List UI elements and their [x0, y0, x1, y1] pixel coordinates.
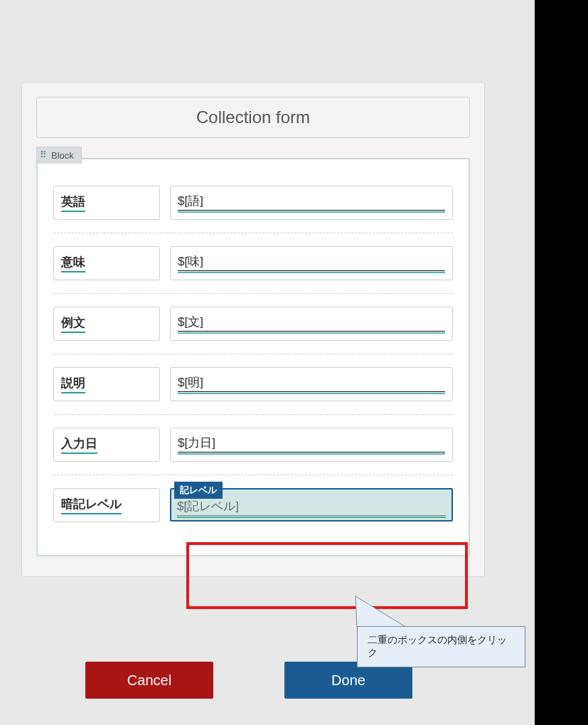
form-row: 例文 $[文] — [53, 293, 453, 354]
field-value: $[明] — [178, 374, 445, 392]
field-value: $[文] — [178, 314, 445, 332]
field-label: 暗記レベル — [61, 496, 122, 514]
field-label-box[interactable]: 入力日 — [53, 428, 160, 462]
selection-tag[interactable]: 記レベル — [174, 482, 223, 499]
form-title[interactable]: Collection form — [36, 97, 470, 138]
done-button-label: Done — [331, 672, 365, 689]
field-value: $[語] — [178, 193, 445, 211]
selection-tag-label: 記レベル — [180, 485, 217, 495]
field-value: $[味] — [178, 253, 445, 271]
drag-handle-icon[interactable] — [41, 152, 48, 159]
cancel-button[interactable]: Cancel — [85, 662, 213, 699]
form-panel: Collection form Block 英語 $[語] 意味 — [21, 82, 485, 577]
field-label: 例文 — [61, 314, 85, 333]
form-row: 入力日 $[力日] — [53, 414, 453, 475]
field-value-box[interactable]: $[文] — [170, 307, 453, 341]
right-black-strip — [535, 0, 588, 725]
field-value: $[力日] — [178, 435, 445, 453]
field-label: 英語 — [61, 194, 85, 212]
field-value[interactable]: $[記レベル] — [177, 498, 446, 516]
block-tab-label: Block — [51, 150, 74, 161]
field-value-box[interactable]: $[明] — [170, 367, 453, 401]
field-value-selected-wrap: 記レベル $[記レベル] — [170, 488, 453, 522]
block-container[interactable]: Block 英語 $[語] 意味 $[味] 例文 — [36, 158, 470, 556]
field-label-box[interactable]: 例文 — [53, 307, 160, 341]
field-label: 意味 — [61, 254, 85, 272]
field-label: 入力日 — [61, 435, 97, 454]
field-label-box[interactable]: 意味 — [53, 246, 160, 280]
field-label-box[interactable]: 説明 — [53, 367, 160, 401]
field-label-box[interactable]: 英語 — [53, 186, 160, 220]
field-value-box[interactable]: $[語] — [170, 186, 453, 220]
field-label-box[interactable]: 暗記レベル — [53, 488, 160, 522]
cancel-button-label: Cancel — [127, 672, 171, 689]
form-row: 英語 $[語] — [53, 179, 453, 233]
form-row-highlighted: 暗記レベル 記レベル $[記レベル] — [53, 475, 453, 535]
viewport: Collection form Block 英語 $[語] 意味 — [0, 0, 588, 725]
field-value-box[interactable]: $[力日] — [170, 428, 453, 462]
svg-marker-0 — [356, 596, 407, 628]
callout-text: 二重のボックスの内側をクリック — [368, 634, 507, 658]
block-tab[interactable]: Block — [36, 147, 82, 164]
callout-box: 二重のボックスの内側をクリック — [357, 626, 525, 667]
form-row: 意味 $[味] — [53, 233, 453, 293]
field-label: 説明 — [61, 375, 85, 393]
form-row: 説明 $[明] — [53, 354, 453, 414]
form-title-text: Collection form — [196, 107, 310, 127]
field-value-box[interactable]: $[味] — [170, 246, 453, 280]
